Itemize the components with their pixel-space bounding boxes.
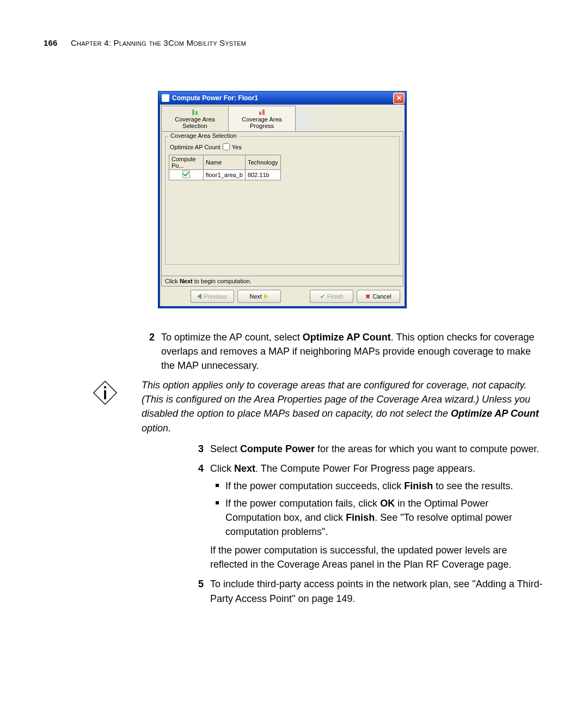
row-tech: 802.11b [245,170,280,180]
col-compute: Compute Po... [169,155,204,170]
list-item: If the power computation succeeds, click… [225,479,544,493]
arrow-right-icon [264,294,268,299]
col-name: Name [204,155,246,170]
table-header-row: Compute Po... Name Technology [169,155,281,170]
next-button[interactable]: Next [237,290,281,303]
groupbox-title: Coverage Area Selection [169,132,238,139]
bars-icon [258,108,266,115]
optimize-value: Yes [232,144,242,150]
status-bold: Next [180,278,193,284]
status-bar: Click Next to begin computation. [161,276,403,287]
tab-label: Coverage Area Progress [242,116,281,129]
body-text: 2 To optimize the AP count, select Optim… [142,330,544,606]
cancel-button[interactable]: ✖ Cancel [357,290,400,303]
button-bar: Previous Next ✔ Finish ✖ Cancel [161,287,403,305]
app-icon [162,94,169,102]
svg-rect-2 [104,391,106,400]
sub-bullets: If the power computation succeeds, click… [210,479,544,539]
optimize-checkbox[interactable] [223,143,230,150]
area-table: Compute Po... Name Technology floor1_are… [169,155,281,180]
step-5: 5 To include third-party access points i… [191,577,544,605]
close-icon[interactable]: ✕ [393,93,405,104]
step-4: 4 Click Next. The Compute Power For Prog… [191,461,544,572]
table-row[interactable]: floor1_area_b 802.11b [169,170,281,180]
tab-coverage-area-selection[interactable]: Coverage Area Selection [161,106,229,131]
list-item: If the power computation fails, click OK… [225,496,544,539]
col-technology: Technology [245,155,280,170]
chapter-title: Chapter 4: Planning the 3Com Mobility Sy… [71,38,246,47]
arrow-left-icon [197,294,201,299]
btn-label: Previous [204,293,227,300]
dialog-title: Compute Power For: Floor1 [172,94,393,102]
compute-power-dialog: Compute Power For: Floor1 ✕ Coverage Are… [158,91,407,308]
btn-label: Next [249,293,262,300]
previous-button: Previous [191,290,234,303]
check-icon[interactable] [182,171,190,178]
bars-icon [191,108,199,115]
row-name: floor1_area_b [204,170,246,180]
info-note: This option applies only to coverage are… [93,378,544,435]
info-icon [93,380,118,409]
page-header: 166 Chapter 4: Planning the 3Com Mobilit… [44,38,555,47]
finish-button: ✔ Finish [310,290,353,303]
step-2: 2 To optimize the AP count, select Optim… [142,330,544,373]
optimize-ap-count-row: Optimize AP Count Yes [170,143,395,150]
row-check-cell[interactable] [169,170,204,180]
tab-bar: Coverage Area Selection Coverage Area Pr… [161,106,403,132]
tab-label: Coverage Area Selection [175,116,215,129]
check-icon: ✔ [320,293,325,300]
btn-label: Cancel [372,293,391,300]
page-number: 166 [44,38,58,47]
step-3: 3 Select Compute Power for the areas for… [191,442,544,456]
svg-point-1 [104,386,106,388]
optimize-label: Optimize AP Count [170,144,220,150]
tab-coverage-area-progress[interactable]: Coverage Area Progress [228,106,296,131]
btn-label: Finish [327,293,343,300]
x-icon: ✖ [365,293,370,300]
titlebar[interactable]: Compute Power For: Floor1 ✕ [158,92,406,105]
